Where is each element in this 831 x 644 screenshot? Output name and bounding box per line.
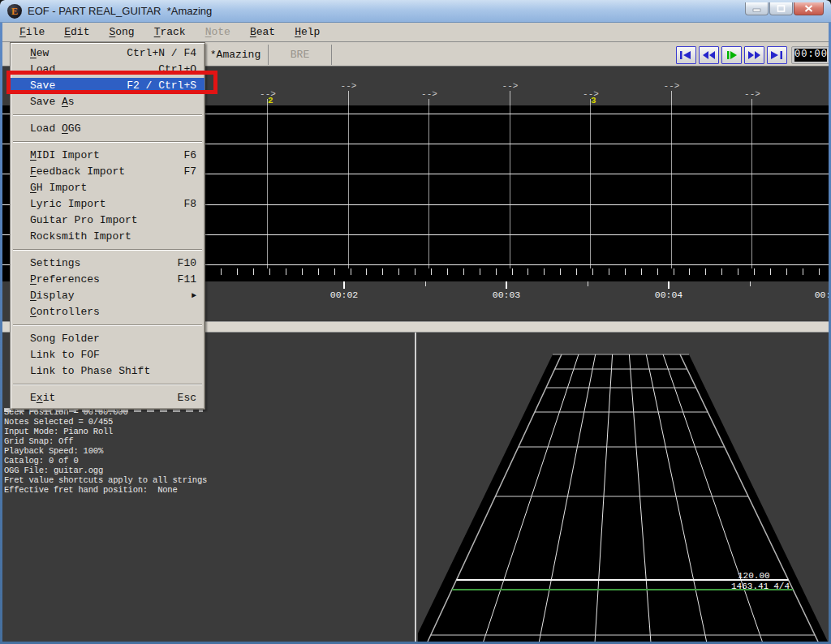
timeline-tick-minor <box>588 281 588 286</box>
beat-line <box>590 105 591 268</box>
menubar-item-help[interactable]: Help <box>287 24 327 40</box>
menu-separator <box>11 110 205 121</box>
ruler-tick <box>351 268 351 275</box>
ruler-tick <box>770 268 771 275</box>
menu-item-shortcut: F11 <box>178 272 196 288</box>
info-line: OGG File: guitar.ogg <box>4 466 414 475</box>
menu-item-label: Exit <box>30 392 55 404</box>
tab-bre[interactable]: BRE <box>269 45 332 65</box>
timeline-label: 00:04 <box>644 290 693 300</box>
timeline-tick-major <box>506 281 507 289</box>
ruler-tick <box>544 268 545 275</box>
time-display: 00:00 <box>791 46 830 64</box>
menu-item-label: Load OGG <box>30 122 80 135</box>
file-menu-item-midi-import[interactable]: MIDI ImportF6 <box>11 148 205 164</box>
window-border-left <box>0 23 2 644</box>
beat-line <box>751 105 752 268</box>
ruler-tick <box>641 268 642 275</box>
ruler-tick <box>705 268 706 275</box>
app-icon[interactable]: E <box>7 4 22 19</box>
file-menu-item-load-ogg[interactable]: Load OGG <box>11 121 205 137</box>
play-button[interactable] <box>721 46 742 64</box>
file-menu-item-controllers[interactable]: Controllers <box>11 304 205 320</box>
ruler-tick <box>334 268 335 275</box>
menu-item-shortcut: F8 <box>183 196 196 213</box>
ruler-tick <box>738 268 738 275</box>
menubar-item-file[interactable]: File <box>12 24 52 40</box>
timeline-tick-major <box>343 281 345 289</box>
menubar-item-note[interactable]: Note <box>198 24 238 40</box>
go-to-start-button[interactable] <box>676 46 696 64</box>
file-menu-item-display[interactable]: Display► <box>11 288 205 304</box>
panel-divider <box>415 333 416 642</box>
timeline-tick-minor <box>425 281 426 286</box>
timeline-label: 00:02 <box>320 290 368 300</box>
menu-item-label: Controllers <box>30 306 100 318</box>
tempo-readout: 120.00 <box>738 571 770 581</box>
maximize-button[interactable] <box>769 2 793 15</box>
fast-forward-icon <box>747 50 761 60</box>
minimize-button[interactable] <box>745 2 769 15</box>
beat-line <box>510 105 510 268</box>
beat-line <box>510 91 510 105</box>
menu-item-label: Save As <box>30 96 75 108</box>
ruler-tick <box>754 268 755 275</box>
menu-bar: FileEditSongTrackNoteBeatHelp <box>2 23 829 42</box>
go-to-start-icon <box>679 50 693 60</box>
file-menu-item-exit[interactable]: ExitEsc <box>11 390 205 406</box>
ruler-tick <box>674 268 674 275</box>
menu-item-shortcut: Ctrl+N / F4 <box>127 45 196 62</box>
app-window: E EOF - PART REAL_GUITAR *Amazing FileEd… <box>0 0 831 644</box>
ruler-tick <box>237 268 238 275</box>
close-button[interactable] <box>794 2 824 15</box>
beat-line <box>751 99 752 105</box>
fast-forward-button[interactable] <box>744 46 764 64</box>
ruler-tick <box>803 268 803 275</box>
menu-item-label: Feedback Import <box>30 165 125 178</box>
file-menu-item-settings[interactable]: SettingsF10 <box>11 255 205 272</box>
menu-separator <box>11 320 205 331</box>
file-menu-item-guitar-pro-import[interactable]: Guitar Pro Import <box>11 213 205 229</box>
3d-fretboard-preview: 120.00 1463.414/4 <box>418 333 829 642</box>
file-menu-item-save-as[interactable]: Save As <box>11 94 205 110</box>
annotation-highlight-box <box>6 71 217 94</box>
file-menu-item-link-to-fof[interactable]: Link to FOF <box>11 347 205 363</box>
menu-item-label: New <box>30 47 49 59</box>
menubar-item-edit[interactable]: Edit <box>57 24 97 40</box>
menubar-item-song[interactable]: Song <box>101 24 141 40</box>
close-icon <box>804 5 813 12</box>
go-to-end-button[interactable] <box>767 46 787 64</box>
ruler-tick <box>496 268 497 275</box>
file-menu-item-preferences[interactable]: PreferencesF11 <box>11 272 205 288</box>
menu-item-label: MIDI Import <box>30 149 100 161</box>
ruler-tick <box>398 268 399 275</box>
file-menu-item-gh-import[interactable]: GH Import <box>11 180 205 196</box>
tab-amazing[interactable]: *Amazing <box>203 45 269 65</box>
ruler-tick <box>286 268 286 275</box>
menu-item-label: GH Import <box>30 182 87 194</box>
info-line: Effective fret hand position: None <box>4 485 414 495</box>
menubar-item-track[interactable]: Track <box>147 24 193 40</box>
file-menu-item-song-folder[interactable]: Song Folder <box>11 331 205 347</box>
ruler-tick <box>318 268 319 275</box>
file-menu-item-new[interactable]: NewCtrl+N / F4 <box>11 45 205 62</box>
menubar-item-beat[interactable]: Beat <box>243 24 282 40</box>
menu-item-label: Link to Phase Shift <box>30 365 150 377</box>
rewind-button[interactable] <box>699 46 719 64</box>
ruler-tick <box>366 268 367 275</box>
menu-item-shortcut: F6 <box>183 148 196 164</box>
file-menu-item-lyric-import[interactable]: Lyric ImportF8 <box>11 196 205 213</box>
file-menu-item-rocksmith-import[interactable]: Rocksmith Import <box>11 229 205 245</box>
title-bar[interactable]: E EOF - PART REAL_GUITAR *Amazing <box>0 0 831 23</box>
ruler-tick <box>625 268 626 275</box>
ruler-tick <box>302 268 303 275</box>
file-menu-item-link-to-phase-shift[interactable]: Link to Phase Shift <box>11 363 205 380</box>
ruler-tick <box>657 268 658 275</box>
ruler-tick <box>560 268 561 275</box>
ruler-tick <box>689 268 690 275</box>
file-menu-item-feedback-import[interactable]: Feedback ImportF7 <box>11 164 205 180</box>
menu-separator <box>11 245 205 255</box>
beat-line <box>428 105 429 268</box>
beat-line <box>671 105 672 268</box>
window-title: EOF - PART REAL_GUITAR *Amazing <box>28 5 212 17</box>
